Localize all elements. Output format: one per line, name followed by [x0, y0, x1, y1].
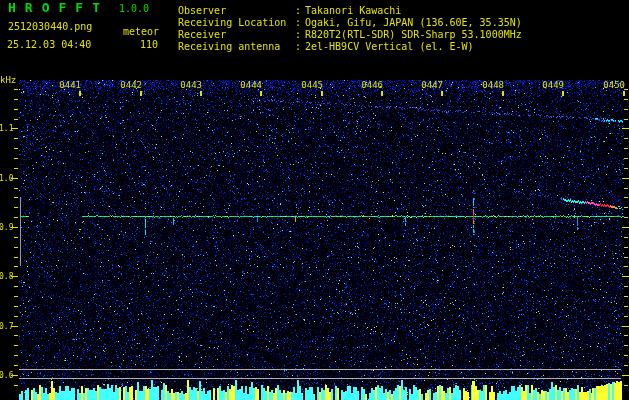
hrofft-output: HROFFT 1.0.0 2512030440.png meteor 25.12… [0, 0, 629, 400]
info-separator: : [295, 41, 305, 53]
info-row: Receiving antenna:2el-HB9CV Vertical (el… [178, 41, 522, 53]
time-tick-label: 0445 [301, 81, 323, 90]
info-value: 2el-HB9CV Vertical (el. E-W) [305, 41, 474, 52]
freq-tick-label: 0.6 [0, 371, 13, 380]
mode-label: meteor [123, 26, 159, 38]
time-tick-label: 0444 [240, 81, 262, 90]
time-tick-label: 0447 [421, 81, 443, 90]
time-tick-label: 0441 [59, 81, 81, 90]
freq-tick-label: 0.9 [0, 223, 13, 232]
spectrogram-canvas [0, 0, 629, 400]
info-separator: : [295, 29, 305, 41]
freq-tick-label: 1.1 [0, 124, 13, 133]
info-separator: : [295, 17, 305, 29]
time-tick-label: 0446 [361, 81, 383, 90]
freq-tick-label: 0.7 [0, 322, 13, 331]
info-row: Observer:Takanori Kawachi [178, 5, 522, 17]
freq-axis-unit: kHz [0, 75, 16, 85]
time-tick-label: 0449 [542, 81, 564, 90]
time-tick-label: 0443 [180, 81, 202, 90]
info-row: Receiving Location:Ogaki, Gifu, JAPAN (1… [178, 17, 522, 29]
info-value: R820T2(RTL-SDR) SDR-Sharp 53.1000MHz [305, 29, 522, 40]
info-label: Receiver [178, 29, 295, 41]
app-title: HROFFT [8, 2, 109, 14]
freq-tick-label: 0.8 [0, 272, 13, 281]
info-label: Receiving antenna [178, 41, 295, 53]
info-label: Receiving Location [178, 17, 295, 29]
info-label: Observer [178, 5, 295, 17]
echo-count: 110 [140, 39, 158, 51]
time-tick-label: 0442 [120, 81, 142, 90]
info-row: Receiver:R820T2(RTL-SDR) SDR-Sharp 53.10… [178, 29, 522, 41]
app-version: 1.0.0 [119, 3, 149, 15]
time-tick-label: 0448 [482, 81, 504, 90]
time-tick-label: 0450 [603, 81, 625, 90]
freq-tick-label: 1.0 [0, 174, 13, 183]
datetime-label: 25.12.03 04:40 [7, 39, 91, 51]
station-info: Observer:Takanori KawachiReceiving Locat… [178, 5, 522, 53]
info-value: Ogaki, Gifu, JAPAN (136.60E, 35.35N) [305, 17, 522, 28]
info-value: Takanori Kawachi [305, 5, 401, 16]
output-filename: 2512030440.png [8, 21, 92, 33]
info-separator: : [295, 5, 305, 17]
